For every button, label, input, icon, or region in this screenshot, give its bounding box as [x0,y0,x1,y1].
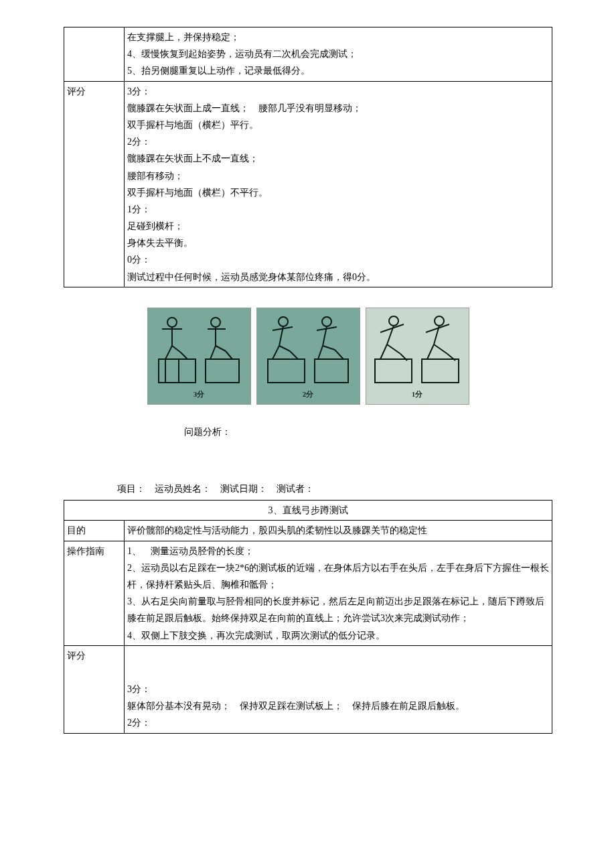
line: 髋膝踝在矢状面上成一直线； 腰部几乎没有明显移动； [127,100,549,117]
line: 3、从右足尖向前量取与胫骨相同的长度并标记，然后左足向前迈出步足跟落在标记上，随… [127,593,549,627]
figure-3pts: 3分 [147,308,251,405]
line: 测试过程中任何时候，运动员感觉身体某部位疼痛，得0分。 [127,269,549,285]
hurdle-step-illustration-3 [149,312,249,393]
svg-point-31 [389,316,398,326]
svg-line-42 [434,344,447,354]
svg-point-38 [435,316,444,326]
problem-analysis-label: 问题分析： [184,423,552,440]
line: 2、运动员以右足踩在一块2*6的测试板的近端，在身体后方以右手在头后，左手在身后… [127,560,549,593]
guide-content: 1、 测量运动员胫骨的长度； 2、运动员以右足踩在一块2*6的测试板的近端，在身… [125,541,552,645]
line: 4、双侧上下肢交换，再次完成测试，取两次测试的低分记录。 [127,627,549,644]
line: 0分： [127,251,549,268]
line: 2分： [127,714,549,731]
svg-rect-0 [159,359,196,383]
test-title: 3、直线弓步蹲测试 [64,501,552,521]
svg-rect-30 [375,359,412,383]
line: 2分： [127,133,549,150]
line: 3分： [127,681,549,698]
svg-point-10 [211,318,220,327]
line: 足碰到横杆； [127,218,549,235]
line: 躯体部分基本没有晃动； 保持双足踩在测试板上； 保持后膝在前足跟后触板。 [127,698,549,714]
scoring-label: 评分 [64,81,125,287]
svg-rect-9 [206,359,239,383]
line: 髋膝踝在矢状面上不成一直线； [127,150,549,167]
test-header-line: 项目： 运动员姓名： 测试日期： 测试者： [117,480,552,497]
score-label: 评分 [64,645,125,733]
line: 5、抬另侧腿重复以上动作，记录最低得分。 [127,62,549,79]
hurdle-step-illustration-1 [367,312,467,393]
svg-line-7 [172,346,181,352]
line [127,664,549,681]
svg-line-29 [335,350,343,359]
line: 双手握杆与地面（横栏）不平行。 [127,184,549,201]
score-content: 3分： 躯体部分基本没有晃动； 保持双足踩在测试板上； 保持后膝在前足跟后触板。… [125,645,552,733]
scoring-table-1: 在支撑腿上，并保持稳定； 4、缓慢恢复到起始姿势，运动员有二次机会完成测试； 5… [64,27,552,287]
svg-line-34 [380,344,387,359]
svg-line-20 [273,346,279,359]
line: 在支撑腿上，并保持稳定； [127,29,549,46]
svg-line-13 [210,346,216,359]
guide-label: 操作指南 [64,541,125,645]
figure-2pts: 2分 [256,308,360,405]
line: 3分： [127,83,549,100]
svg-rect-23 [315,359,348,383]
line: 1、 测量运动员胫骨的长度； [127,543,549,560]
svg-rect-16 [268,359,305,383]
svg-rect-37 [422,359,459,383]
hurdle-step-illustration-2 [258,312,358,393]
svg-line-21 [279,346,290,351]
prev-label-cell [64,27,125,82]
svg-line-15 [226,351,232,359]
svg-point-24 [322,317,331,326]
svg-point-17 [279,317,288,326]
line: 腰部有移动； [127,168,549,184]
line [127,647,549,664]
scoring-content: 3分： 髋膝踝在矢状面上成一直线； 腰部几乎没有明显移动； 双手握杆与地面（横栏… [125,81,552,287]
svg-line-14 [216,346,226,351]
line: 双手握杆与地面（横栏）平行。 [127,117,549,133]
svg-point-3 [167,318,177,327]
line: 1分： [127,201,549,218]
svg-line-22 [290,351,298,359]
figure-1pt: 1分 [366,308,469,405]
figure-row: 3分 2分 1分 [64,308,552,405]
test-table-lunge: 3、直线弓步蹲测试 目的 评价髋部的稳定性与活动能力，股四头肌的柔韧性以及膝踝关… [64,500,552,733]
svg-line-35 [387,344,400,354]
svg-line-8 [181,352,187,359]
svg-line-27 [318,346,323,359]
svg-line-6 [165,346,172,359]
line: 4、缓慢恢复到起始姿势，运动员有二次机会完成测试； [127,46,549,62]
prev-content-cell: 在支撑腿上，并保持稳定； 4、缓慢恢复到起始姿势，运动员有二次机会完成测试； 5… [125,27,552,82]
svg-line-41 [427,344,434,359]
line: 身体失去平衡。 [127,235,549,251]
svg-line-28 [323,346,335,350]
purpose-text: 评价髋部的稳定性与活动能力，股四头肌的柔韧性以及膝踝关节的稳定性 [125,521,552,541]
purpose-label: 目的 [64,521,125,541]
